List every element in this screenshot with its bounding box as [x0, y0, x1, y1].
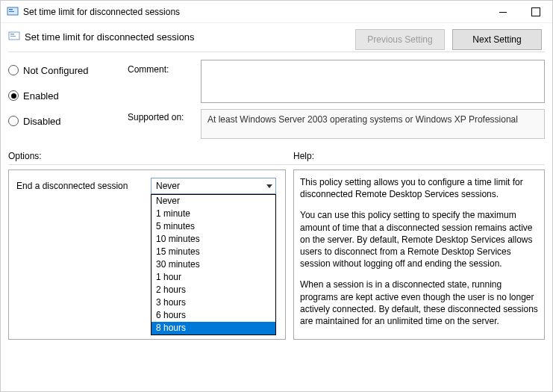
- dropdown-selected: Never: [156, 181, 180, 191]
- dropdown-item[interactable]: 2 hours: [151, 284, 275, 296]
- dropdown-item[interactable]: Never: [151, 195, 275, 208]
- state-radios: Not Configured Enabled Disabled: [8, 60, 128, 139]
- radio-icon: [8, 65, 19, 75]
- svg-rect-5: [10, 36, 16, 37]
- help-panel[interactable]: This policy setting allows you to config…: [293, 169, 545, 340]
- supported-row: Supported on: At least Windows Server 20…: [128, 109, 545, 139]
- dropdown-item[interactable]: 1 minute: [151, 208, 275, 220]
- window-controls: [487, 1, 552, 23]
- options-panel: End a disconnected session Never Never1 …: [8, 169, 286, 340]
- dropdown-list[interactable]: Never1 minute5 minutes10 minutes15 minut…: [151, 194, 276, 335]
- supported-label: Supported on:: [128, 109, 196, 122]
- policy-icon: [8, 31, 20, 43]
- radio-label: Enabled: [23, 90, 59, 102]
- next-setting-button[interactable]: Next Setting: [452, 29, 542, 50]
- radio-label: Disabled: [23, 116, 61, 127]
- help-text: When a session is in a disconnected stat…: [300, 279, 541, 327]
- nav-buttons: Previous Setting Next Setting: [355, 29, 542, 50]
- radio-not-configured[interactable]: Not Configured: [8, 63, 128, 78]
- minimize-button[interactable]: [487, 1, 519, 23]
- policy-title: Set time limit for disconnected sessions: [25, 31, 195, 43]
- previous-setting-button[interactable]: Previous Setting: [355, 29, 445, 50]
- radio-disabled[interactable]: Disabled: [8, 113, 128, 128]
- dropdown-item[interactable]: 10 minutes: [151, 233, 275, 246]
- svg-rect-4: [10, 34, 14, 35]
- radio-icon: [8, 116, 19, 126]
- config-area: Not Configured Enabled Disabled Comment:…: [1, 52, 552, 142]
- comment-label: Comment:: [128, 60, 196, 75]
- chevron-down-icon: [266, 184, 272, 188]
- disconnect-option-row: End a disconnected session Never: [16, 178, 278, 194]
- dropdown-item[interactable]: 5 minutes: [151, 220, 275, 233]
- radio-label: Not Configured: [23, 65, 88, 76]
- dropdown-item[interactable]: 8 hours: [151, 322, 275, 335]
- divider-mid: [8, 164, 545, 165]
- dropdown-item[interactable]: 1 hour: [151, 271, 275, 284]
- disconnect-option-label: End a disconnected session: [16, 181, 145, 191]
- dropdown-item[interactable]: 3 hours: [151, 296, 275, 309]
- dropdown-item[interactable]: 30 minutes: [151, 258, 275, 271]
- lower-panels: End a disconnected session Never Never1 …: [8, 169, 545, 340]
- svg-rect-1: [9, 9, 13, 10]
- help-text: This policy setting allows you to config…: [300, 176, 541, 200]
- app-icon: [7, 6, 19, 18]
- comment-field[interactable]: [201, 60, 545, 103]
- dropdown-item[interactable]: 6 hours: [151, 309, 275, 322]
- maximize-button[interactable]: [519, 1, 552, 23]
- supported-value: At least Windows Server 2003 operating s…: [201, 109, 545, 139]
- svg-rect-2: [9, 11, 14, 12]
- window-title: Set time limit for disconnected sessions: [23, 7, 546, 17]
- comment-row: Comment:: [128, 60, 545, 103]
- help-section-label: Help:: [293, 151, 545, 161]
- disconnect-dropdown[interactable]: Never: [151, 178, 276, 194]
- dropdown-item[interactable]: 15 minutes: [151, 246, 275, 258]
- radio-enabled[interactable]: Enabled: [8, 88, 128, 103]
- help-text: You can use this policy setting to speci…: [300, 209, 541, 270]
- options-section-label: Options:: [8, 151, 286, 161]
- section-labels: Options: Help:: [8, 151, 545, 161]
- title-bar: Set time limit for disconnected sessions: [1, 1, 552, 23]
- radio-icon: [8, 90, 19, 101]
